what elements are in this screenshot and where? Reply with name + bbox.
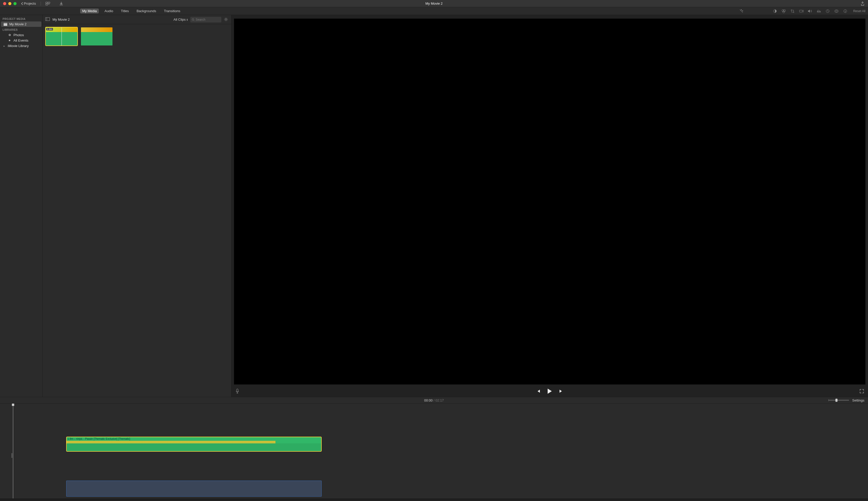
color-correction-icon[interactable]	[781, 9, 786, 13]
window-title: My Movie 2	[425, 2, 442, 6]
waveform-body	[81, 32, 113, 45]
volume-icon[interactable]	[808, 9, 813, 13]
timeline-audio-clip[interactable]: 1.9m – ninjoi. - Passin [Thematic Exclus…	[66, 437, 322, 452]
sidebar-item-imovie-library[interactable]: ▸ iMovie Library	[0, 43, 42, 49]
main-split: PROJECT MEDIA My Movie 2 LIBRARIES ✿ Pho…	[0, 15, 868, 397]
close-window-button[interactable]	[3, 2, 6, 5]
svg-rect-13	[45, 18, 50, 21]
timeline-header: 00:00 / 02:17 Settings	[0, 397, 868, 404]
viewer-controls	[231, 385, 868, 397]
next-button[interactable]	[559, 389, 563, 393]
svg-rect-12	[4, 23, 7, 26]
time-sep: /	[432, 398, 436, 402]
sidebar-item-project[interactable]: My Movie 2	[1, 21, 41, 27]
back-to-projects-button[interactable]: Projects	[21, 2, 36, 6]
timeline-background-clip[interactable]	[66, 481, 322, 497]
zoom-slider[interactable]	[828, 400, 849, 401]
browser-header: My Movie 2 All Clips ▴▾	[43, 15, 231, 24]
viewer-panel	[231, 15, 868, 397]
color-balance-icon[interactable]	[773, 9, 777, 13]
timeline-settings-button[interactable]: Settings	[852, 398, 864, 402]
tab-titles[interactable]: Titles	[119, 9, 131, 13]
previous-button[interactable]	[536, 389, 541, 393]
sidebar-item-all-events[interactable]: ★ All Events	[0, 38, 42, 43]
media-tabs: My Media Audio Titles Backgrounds Transi…	[80, 9, 182, 13]
clip-loud-region	[67, 441, 275, 444]
current-time: 00:00	[424, 398, 433, 402]
track-marker	[11, 453, 12, 458]
svg-rect-2	[46, 4, 48, 5]
sidebar-photos-label: Photos	[13, 33, 24, 37]
toggle-sidebar-button[interactable]	[45, 17, 50, 22]
svg-rect-0	[46, 2, 48, 3]
flower-icon: ✿	[8, 33, 11, 37]
tab-backgrounds[interactable]: Backgrounds	[135, 9, 158, 13]
import-button[interactable]	[59, 1, 64, 6]
tab-audio[interactable]: Audio	[102, 9, 115, 13]
chevron-right-icon: ▸	[4, 45, 6, 47]
window-titlebar: Projects My Movie 2	[0, 0, 868, 7]
sidebar-library-label: iMovie Library	[8, 44, 29, 48]
timecode-display: 00:00 / 02:17	[424, 398, 444, 402]
voiceover-button[interactable]	[236, 388, 239, 394]
sidebar-project-label: My Movie 2	[9, 22, 27, 26]
fullscreen-window-button[interactable]	[13, 2, 17, 5]
svg-rect-1	[48, 2, 50, 3]
clip-wave-lines	[67, 444, 321, 451]
reset-all-button[interactable]: Reset All	[853, 9, 865, 13]
stabilization-icon[interactable]	[799, 9, 804, 13]
svg-line-16	[194, 20, 195, 21]
tab-my-media[interactable]: My Media	[80, 9, 99, 13]
noise-reduction-icon[interactable]	[817, 9, 821, 13]
tab-transitions[interactable]: Transitions	[162, 9, 182, 13]
search-icon	[192, 18, 195, 21]
star-icon: ★	[8, 39, 11, 42]
zoom-thumb[interactable]	[835, 399, 837, 402]
media-clip-1[interactable]: 1.9m	[46, 28, 77, 45]
updown-icon: ▴▾	[187, 18, 188, 21]
sidebar: PROJECT MEDIA My Movie 2 LIBRARIES ✿ Pho…	[0, 15, 43, 397]
play-button[interactable]	[547, 388, 552, 394]
media-browser: My Movie 2 All Clips ▴▾ 1.9m	[43, 15, 231, 397]
svg-rect-7	[799, 10, 802, 12]
chevron-left-icon	[21, 2, 23, 5]
clapper-icon	[4, 22, 7, 26]
total-time: 02:17	[436, 398, 444, 402]
sidebar-all-events-label: All Events	[13, 39, 29, 42]
info-icon[interactable]	[843, 9, 848, 13]
sidebar-item-photos[interactable]: ✿ Photos	[0, 32, 42, 38]
projects-label: Projects	[24, 2, 36, 6]
browser-settings-button[interactable]	[224, 17, 229, 22]
sidebar-section-libraries: LIBRARIES	[0, 27, 42, 32]
svg-point-15	[192, 18, 194, 20]
clip-filter-icon[interactable]	[834, 9, 839, 13]
share-button[interactable]	[860, 1, 865, 6]
separator	[41, 2, 41, 6]
timeline-clip-label: 1.9m – ninjoi. - Passin [Thematic Exclus…	[67, 437, 130, 440]
svg-rect-18	[237, 389, 238, 392]
media-clip-2[interactable]	[81, 28, 113, 45]
clip-duration-badge: 1.9m	[46, 28, 53, 31]
theater-view-button[interactable]	[45, 1, 50, 6]
minimize-window-button[interactable]	[8, 2, 11, 5]
timeline[interactable]: 1.9m – ninjoi. - Passin [Thematic Exclus…	[0, 404, 868, 499]
waveform-peaks	[81, 28, 113, 32]
sidebar-section-project-media: PROJECT MEDIA	[0, 16, 42, 21]
clips-grid: 1.9m	[43, 24, 231, 397]
traffic-lights	[3, 2, 17, 5]
enhance-icon[interactable]	[739, 9, 744, 13]
bottom-strip	[0, 499, 868, 501]
preview-canvas[interactable]	[234, 19, 865, 384]
search-input[interactable]	[196, 18, 220, 21]
clip-filter-label: All Clips	[174, 18, 186, 21]
search-field[interactable]	[190, 17, 221, 22]
svg-point-17	[225, 19, 227, 20]
crop-icon[interactable]	[790, 9, 795, 13]
clip-filter-dropdown[interactable]: All Clips ▴▾	[174, 18, 188, 21]
browser-title: My Movie 2	[52, 18, 70, 21]
fullscreen-button[interactable]	[860, 389, 864, 393]
speed-icon[interactable]	[825, 9, 830, 13]
content-toolbar: My Media Audio Titles Backgrounds Transi…	[0, 7, 868, 15]
